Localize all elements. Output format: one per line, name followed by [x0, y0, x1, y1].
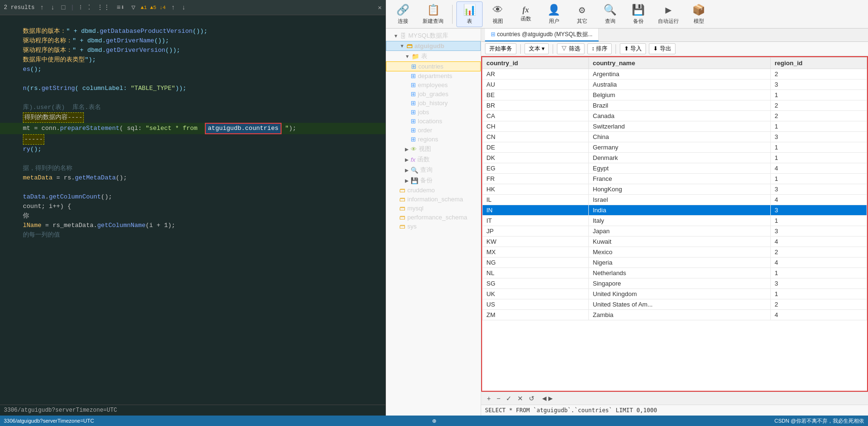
new-query-btn[interactable]: 📋 新建查询 — [418, 2, 448, 27]
table-row[interactable]: BEBelgium1 — [483, 90, 867, 100]
table-btn[interactable]: 📊 表 — [456, 1, 483, 27]
table-cell: 2 — [771, 111, 867, 121]
table-row[interactable]: ILIsrael4 — [483, 195, 867, 205]
func-btn[interactable]: fx 函数 — [513, 4, 539, 24]
tree-table-locations[interactable]: ⊞ locations — [386, 117, 481, 126]
code-line: 得到的数据内容---- — [0, 112, 385, 123]
nav-up2[interactable]: ↑ — [170, 4, 176, 11]
text-btn[interactable]: 文本 ▾ — [525, 43, 549, 54]
col-country_name[interactable]: country_name — [589, 58, 771, 69]
line-btn1[interactable]: ⁝ — [78, 3, 83, 11]
tree-table-employees[interactable]: ⊞ employees — [386, 80, 481, 89]
backup-btn[interactable]: 💾 备份 — [625, 2, 651, 27]
table-cell: JP — [483, 226, 589, 237]
table-row[interactable]: JPJapan3 — [483, 226, 867, 237]
table-row[interactable]: ITItaly1 — [483, 216, 867, 226]
autorun-btn[interactable]: ▶ 自动运行 — [653, 2, 684, 27]
table-icon: 📊 — [463, 4, 476, 17]
table-row[interactable]: NGNigeria4 — [483, 258, 867, 268]
table-row[interactable]: MXMexico2 — [483, 247, 867, 258]
cancel-edit-btn[interactable]: ✕ — [515, 394, 525, 403]
table-row[interactable]: AUAustralia3 — [483, 79, 867, 90]
tree-db-mysql[interactable]: 🗃 mysql — [386, 204, 481, 213]
line-btn3[interactable]: ⋮⋮ — [95, 3, 111, 11]
warning-badge: ▲1 ▲5 ↓4 — [141, 5, 166, 10]
table-row[interactable]: KWKuwait4 — [483, 237, 867, 247]
tree-table-order[interactable]: ⊞ order — [386, 126, 481, 135]
tree-funcs-folder[interactable]: ▶ fx 函数 — [386, 154, 481, 165]
filter-btn[interactable]: ▽ — [130, 3, 137, 11]
table-employees-label: employees — [418, 81, 448, 89]
model-label: 模型 — [694, 18, 704, 25]
tree-tables-folder[interactable]: ▼ 📁 表 — [386, 51, 481, 61]
data-tab-countries[interactable]: ⊞ countries @atguigudb (MYSQL数据... — [485, 29, 599, 41]
delete-row-btn[interactable]: − — [495, 394, 502, 403]
user-btn[interactable]: 👤 用户 — [541, 2, 567, 27]
tree-db-atguigudb[interactable]: ▼ 🗃 atguigudb — [386, 41, 481, 51]
model-btn[interactable]: 📦 模型 — [686, 2, 712, 27]
other-btn[interactable]: ⚙ 其它 — [569, 2, 595, 27]
tree-queries-folder[interactable]: ▶ 🔍 查询 — [386, 165, 481, 175]
tree-table-jobs[interactable]: ⊞ jobs — [386, 108, 481, 117]
table-cell: CN — [483, 132, 589, 142]
table-row[interactable]: CHSwitzerland1 — [483, 121, 867, 132]
tree-root[interactable]: ▼ 🗄 MYSQL数据库 — [386, 30, 481, 41]
nav-up-btn[interactable]: ↑ — [39, 4, 45, 11]
table-row[interactable]: HKHongKong3 — [483, 184, 867, 195]
tree-table-job_grades[interactable]: ⊞ job_grades — [386, 89, 481, 99]
table-row[interactable]: EGEgypt4 — [483, 163, 867, 174]
table-row[interactable]: DEGermany1 — [483, 142, 867, 153]
add-row-btn[interactable]: + — [485, 394, 493, 403]
scroll-right-btn[interactable]: ▶ — [548, 395, 553, 402]
table-row[interactable]: UKUnited Kingdom1 — [483, 289, 867, 299]
check-btn[interactable]: ✓ — [504, 394, 514, 403]
export-btn[interactable]: ⬇ 导出 — [649, 43, 675, 54]
view-btn[interactable]: 👁 视图 — [484, 2, 511, 27]
tree-table-countries[interactable]: ⊞ countries — [386, 61, 481, 71]
tree-db-information_schema[interactable]: 🗃 information_schema — [386, 195, 481, 204]
table-row[interactable]: NLNetherlands1 — [483, 268, 867, 278]
close-editor-btn[interactable]: ✕ — [378, 4, 382, 11]
sql-text: SELECT * FROM `atguigudb`.`countries` LI… — [485, 407, 657, 414]
toolbar-sep1 — [452, 5, 453, 24]
table-row[interactable]: SGSingapore3 — [483, 278, 867, 289]
db-toolbar: 🔗 连接 📋 新建查询 📊 表 👁 视图 fx 函数 👤 用 — [386, 0, 868, 29]
tree-db-performance_schema[interactable]: 🗃 performance_schema — [386, 213, 481, 222]
col-region_id[interactable]: region_id — [771, 58, 867, 69]
refresh-btn[interactable]: ↺ — [527, 394, 536, 403]
col-country_id[interactable]: country_id — [483, 58, 589, 69]
tree-views-folder[interactable]: ▶ 👁 视图 — [386, 144, 481, 154]
table-row[interactable]: BRBrazil2 — [483, 100, 867, 111]
table-row[interactable]: USUnited States of Am...2 — [483, 299, 867, 310]
tree-table-departments[interactable]: ⊞ departments — [386, 71, 481, 80]
line-btn2[interactable]: ⁚ — [87, 3, 91, 11]
code-line — [0, 183, 385, 192]
tree-backup-folder[interactable]: ▶ 💾 备份 — [386, 175, 481, 186]
table-row[interactable]: FRFrance1 — [483, 174, 867, 184]
format-btn[interactable]: ≡⬇ — [115, 3, 126, 11]
scroll-left-btn[interactable]: ◀ — [542, 395, 546, 402]
filter-btn[interactable]: ▽ 筛选 — [557, 43, 584, 54]
table-row[interactable]: DKDenmark1 — [483, 153, 867, 163]
table-row[interactable]: CACanada2 — [483, 111, 867, 121]
table-cell: Egypt — [589, 163, 771, 174]
table-cell: Singapore — [589, 278, 771, 289]
tree-table-job_history[interactable]: ⊞ job_history — [386, 99, 481, 108]
nav-down-btn[interactable]: ↓ — [49, 4, 56, 11]
sort-btn[interactable]: ↕ 排序 — [587, 43, 612, 54]
import-btn[interactable]: ⬆ 导入 — [620, 43, 646, 54]
table-row[interactable]: INIndia3 — [483, 205, 867, 216]
tree-db-cruddemo[interactable]: 🗃 cruddemo — [386, 186, 481, 195]
table-row[interactable]: CNChina3 — [483, 132, 867, 142]
connect-btn[interactable]: 🔗 连接 — [390, 2, 416, 27]
table-row[interactable]: ARArgentina2 — [483, 69, 867, 79]
tree-table-regions[interactable]: ⊞ regions — [386, 135, 481, 144]
db-content: ▼ 🗄 MYSQL数据库 ▼ 🗃 atguigudb ▼ 📁 表 ⊞ count… — [386, 29, 868, 416]
table-row[interactable]: ZMZambia4 — [483, 310, 867, 320]
table-cell: NG — [483, 258, 589, 268]
match-case-btn[interactable]: □ — [60, 4, 67, 11]
tree-db-sys[interactable]: 🗃 sys — [386, 222, 481, 231]
nav-down2[interactable]: ↓ — [180, 4, 187, 11]
begin-transaction-btn[interactable]: 开始事务 — [485, 43, 516, 54]
query-btn[interactable]: 🔍 查询 — [597, 2, 623, 27]
